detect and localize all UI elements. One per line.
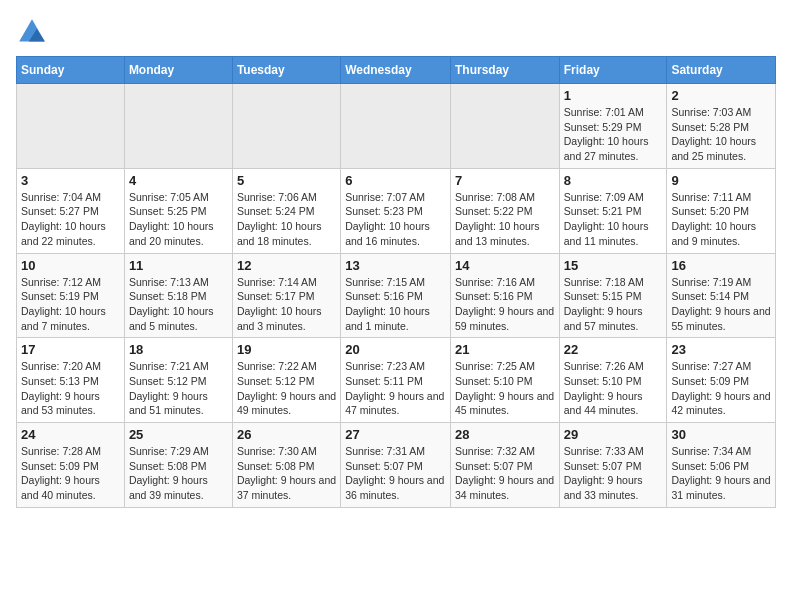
day-number: 18 [129, 342, 228, 357]
calendar-day-cell: 4Sunrise: 7:05 AM Sunset: 5:25 PM Daylig… [124, 168, 232, 253]
calendar-day-cell: 24Sunrise: 7:28 AM Sunset: 5:09 PM Dayli… [17, 423, 125, 508]
day-number: 21 [455, 342, 555, 357]
day-number: 4 [129, 173, 228, 188]
calendar-table: SundayMondayTuesdayWednesdayThursdayFrid… [16, 56, 776, 508]
calendar-day-cell: 22Sunrise: 7:26 AM Sunset: 5:10 PM Dayli… [559, 338, 667, 423]
day-info: Sunrise: 7:07 AM Sunset: 5:23 PM Dayligh… [345, 190, 446, 249]
day-info: Sunrise: 7:30 AM Sunset: 5:08 PM Dayligh… [237, 444, 336, 503]
day-number: 24 [21, 427, 120, 442]
calendar-week-row: 17Sunrise: 7:20 AM Sunset: 5:13 PM Dayli… [17, 338, 776, 423]
day-number: 10 [21, 258, 120, 273]
calendar-day-cell [232, 84, 340, 169]
calendar-day-cell: 29Sunrise: 7:33 AM Sunset: 5:07 PM Dayli… [559, 423, 667, 508]
calendar-week-row: 24Sunrise: 7:28 AM Sunset: 5:09 PM Dayli… [17, 423, 776, 508]
day-number: 20 [345, 342, 446, 357]
day-info: Sunrise: 7:15 AM Sunset: 5:16 PM Dayligh… [345, 275, 446, 334]
day-info: Sunrise: 7:01 AM Sunset: 5:29 PM Dayligh… [564, 105, 663, 164]
day-number: 1 [564, 88, 663, 103]
day-info: Sunrise: 7:28 AM Sunset: 5:09 PM Dayligh… [21, 444, 120, 503]
day-number: 17 [21, 342, 120, 357]
calendar-day-cell: 2Sunrise: 7:03 AM Sunset: 5:28 PM Daylig… [667, 84, 776, 169]
day-of-week-header: Monday [124, 57, 232, 84]
day-number: 5 [237, 173, 336, 188]
calendar-day-cell: 25Sunrise: 7:29 AM Sunset: 5:08 PM Dayli… [124, 423, 232, 508]
calendar-day-cell: 27Sunrise: 7:31 AM Sunset: 5:07 PM Dayli… [341, 423, 451, 508]
day-number: 9 [671, 173, 771, 188]
day-number: 19 [237, 342, 336, 357]
calendar-day-cell: 19Sunrise: 7:22 AM Sunset: 5:12 PM Dayli… [232, 338, 340, 423]
calendar-body: 1Sunrise: 7:01 AM Sunset: 5:29 PM Daylig… [17, 84, 776, 508]
day-number: 22 [564, 342, 663, 357]
day-info: Sunrise: 7:33 AM Sunset: 5:07 PM Dayligh… [564, 444, 663, 503]
calendar-week-row: 1Sunrise: 7:01 AM Sunset: 5:29 PM Daylig… [17, 84, 776, 169]
day-info: Sunrise: 7:11 AM Sunset: 5:20 PM Dayligh… [671, 190, 771, 249]
day-of-week-header: Saturday [667, 57, 776, 84]
day-number: 26 [237, 427, 336, 442]
day-info: Sunrise: 7:19 AM Sunset: 5:14 PM Dayligh… [671, 275, 771, 334]
calendar-day-cell: 12Sunrise: 7:14 AM Sunset: 5:17 PM Dayli… [232, 253, 340, 338]
calendar-header: SundayMondayTuesdayWednesdayThursdayFrid… [17, 57, 776, 84]
calendar-week-row: 10Sunrise: 7:12 AM Sunset: 5:19 PM Dayli… [17, 253, 776, 338]
day-info: Sunrise: 7:14 AM Sunset: 5:17 PM Dayligh… [237, 275, 336, 334]
calendar-day-cell [341, 84, 451, 169]
logo-icon [16, 16, 48, 48]
calendar-day-cell: 3Sunrise: 7:04 AM Sunset: 5:27 PM Daylig… [17, 168, 125, 253]
day-of-week-header: Wednesday [341, 57, 451, 84]
day-number: 3 [21, 173, 120, 188]
day-number: 2 [671, 88, 771, 103]
day-info: Sunrise: 7:18 AM Sunset: 5:15 PM Dayligh… [564, 275, 663, 334]
calendar-day-cell: 17Sunrise: 7:20 AM Sunset: 5:13 PM Dayli… [17, 338, 125, 423]
calendar-day-cell [124, 84, 232, 169]
day-info: Sunrise: 7:08 AM Sunset: 5:22 PM Dayligh… [455, 190, 555, 249]
calendar-day-cell [450, 84, 559, 169]
logo [16, 16, 52, 48]
header-row: SundayMondayTuesdayWednesdayThursdayFrid… [17, 57, 776, 84]
calendar-day-cell: 26Sunrise: 7:30 AM Sunset: 5:08 PM Dayli… [232, 423, 340, 508]
day-number: 7 [455, 173, 555, 188]
day-info: Sunrise: 7:34 AM Sunset: 5:06 PM Dayligh… [671, 444, 771, 503]
day-info: Sunrise: 7:13 AM Sunset: 5:18 PM Dayligh… [129, 275, 228, 334]
calendar-day-cell: 10Sunrise: 7:12 AM Sunset: 5:19 PM Dayli… [17, 253, 125, 338]
calendar-day-cell [17, 84, 125, 169]
day-number: 12 [237, 258, 336, 273]
day-info: Sunrise: 7:16 AM Sunset: 5:16 PM Dayligh… [455, 275, 555, 334]
calendar-day-cell: 20Sunrise: 7:23 AM Sunset: 5:11 PM Dayli… [341, 338, 451, 423]
calendar-day-cell: 30Sunrise: 7:34 AM Sunset: 5:06 PM Dayli… [667, 423, 776, 508]
calendar-day-cell: 1Sunrise: 7:01 AM Sunset: 5:29 PM Daylig… [559, 84, 667, 169]
day-number: 16 [671, 258, 771, 273]
day-number: 27 [345, 427, 446, 442]
day-of-week-header: Friday [559, 57, 667, 84]
day-number: 14 [455, 258, 555, 273]
calendar-day-cell: 18Sunrise: 7:21 AM Sunset: 5:12 PM Dayli… [124, 338, 232, 423]
day-number: 15 [564, 258, 663, 273]
day-number: 29 [564, 427, 663, 442]
calendar-week-row: 3Sunrise: 7:04 AM Sunset: 5:27 PM Daylig… [17, 168, 776, 253]
day-info: Sunrise: 7:26 AM Sunset: 5:10 PM Dayligh… [564, 359, 663, 418]
calendar-day-cell: 16Sunrise: 7:19 AM Sunset: 5:14 PM Dayli… [667, 253, 776, 338]
calendar-day-cell: 5Sunrise: 7:06 AM Sunset: 5:24 PM Daylig… [232, 168, 340, 253]
day-info: Sunrise: 7:09 AM Sunset: 5:21 PM Dayligh… [564, 190, 663, 249]
day-number: 13 [345, 258, 446, 273]
page-header [16, 16, 776, 48]
day-info: Sunrise: 7:22 AM Sunset: 5:12 PM Dayligh… [237, 359, 336, 418]
day-info: Sunrise: 7:25 AM Sunset: 5:10 PM Dayligh… [455, 359, 555, 418]
day-info: Sunrise: 7:27 AM Sunset: 5:09 PM Dayligh… [671, 359, 771, 418]
day-info: Sunrise: 7:31 AM Sunset: 5:07 PM Dayligh… [345, 444, 446, 503]
calendar-day-cell: 11Sunrise: 7:13 AM Sunset: 5:18 PM Dayli… [124, 253, 232, 338]
calendar-day-cell: 8Sunrise: 7:09 AM Sunset: 5:21 PM Daylig… [559, 168, 667, 253]
day-info: Sunrise: 7:32 AM Sunset: 5:07 PM Dayligh… [455, 444, 555, 503]
day-number: 6 [345, 173, 446, 188]
day-info: Sunrise: 7:04 AM Sunset: 5:27 PM Dayligh… [21, 190, 120, 249]
calendar-day-cell: 23Sunrise: 7:27 AM Sunset: 5:09 PM Dayli… [667, 338, 776, 423]
day-info: Sunrise: 7:12 AM Sunset: 5:19 PM Dayligh… [21, 275, 120, 334]
day-number: 11 [129, 258, 228, 273]
day-number: 8 [564, 173, 663, 188]
day-of-week-header: Sunday [17, 57, 125, 84]
calendar-day-cell: 9Sunrise: 7:11 AM Sunset: 5:20 PM Daylig… [667, 168, 776, 253]
day-number: 28 [455, 427, 555, 442]
day-number: 25 [129, 427, 228, 442]
day-info: Sunrise: 7:03 AM Sunset: 5:28 PM Dayligh… [671, 105, 771, 164]
calendar-day-cell: 14Sunrise: 7:16 AM Sunset: 5:16 PM Dayli… [450, 253, 559, 338]
day-number: 23 [671, 342, 771, 357]
calendar-day-cell: 6Sunrise: 7:07 AM Sunset: 5:23 PM Daylig… [341, 168, 451, 253]
